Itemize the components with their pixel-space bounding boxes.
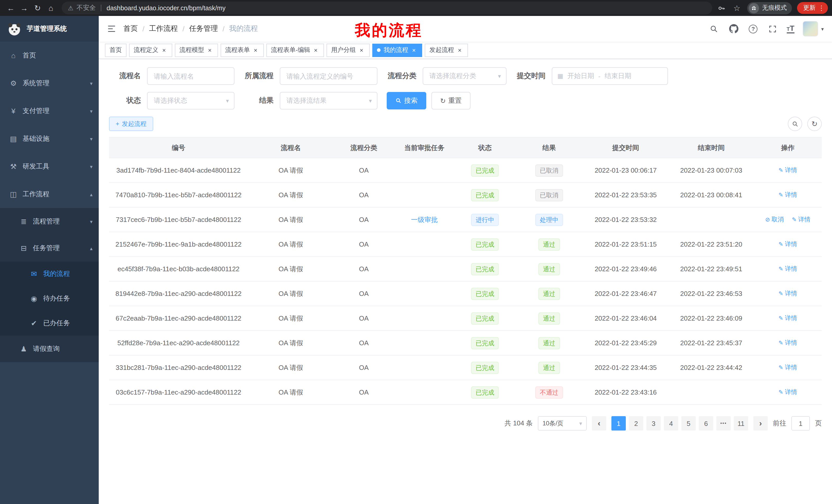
tag-process-definition[interactable]: 流程定义× bbox=[129, 44, 172, 57]
update-button[interactable]: 更新 ⋮ bbox=[797, 2, 828, 14]
reset-button[interactable]: ↻ 重置 bbox=[432, 92, 470, 109]
result-badge: 通过 bbox=[538, 361, 560, 374]
sidebar-item-devtools[interactable]: ⚒ 研发工具 ▾ bbox=[0, 152, 99, 180]
process-name-input[interactable] bbox=[147, 67, 234, 85]
page-button[interactable]: 4 bbox=[664, 416, 678, 430]
sidebar-item-infrastructure[interactable]: ▤ 基础设施 ▾ bbox=[0, 125, 99, 152]
start-process-button[interactable]: + 发起流程 bbox=[109, 117, 153, 131]
help-icon[interactable]: ? bbox=[747, 23, 759, 34]
page-button[interactable]: 11 bbox=[734, 416, 748, 430]
list-icon: ≣ bbox=[20, 217, 28, 226]
sidebar-item-payment[interactable]: ¥ 支付管理 ▾ bbox=[0, 97, 99, 125]
detail-link[interactable]: ✎详情 bbox=[779, 240, 797, 249]
bookmark-star-icon[interactable]: ☆ bbox=[732, 3, 742, 13]
cell-name: OA 请假 bbox=[248, 355, 334, 380]
breadcrumb-workflow[interactable]: 工作流程 bbox=[149, 24, 178, 33]
tag-process-model[interactable]: 流程模型× bbox=[175, 44, 218, 57]
sidebar-item-workflow[interactable]: ◫ 工作流程 ▴ bbox=[0, 180, 99, 208]
close-icon[interactable]: × bbox=[312, 47, 319, 54]
reload-icon[interactable]: ↻ bbox=[31, 2, 44, 14]
address-bar[interactable]: ⚠ 不安全 dashboard.yudao.iocoder.cn/bpm/tas… bbox=[62, 2, 712, 15]
fullscreen-icon[interactable] bbox=[767, 23, 778, 34]
detail-link[interactable]: ✎详情 bbox=[779, 363, 797, 372]
sidebar-item-process-management[interactable]: ≣ 流程管理 ▾ bbox=[0, 208, 99, 235]
status-badge: 已完成 bbox=[471, 164, 499, 176]
detail-link[interactable]: ✎详情 bbox=[792, 215, 810, 224]
tag-user-group[interactable]: 用户分组× bbox=[327, 44, 370, 57]
detail-link[interactable]: ✎详情 bbox=[779, 314, 797, 323]
next-page-button[interactable]: › bbox=[753, 416, 768, 430]
close-icon[interactable]: × bbox=[456, 47, 463, 54]
forward-icon[interactable]: → bbox=[18, 2, 31, 14]
sidebar-item-my-processes[interactable]: ✉ 我的流程 bbox=[0, 261, 99, 286]
result-select[interactable]: 请选择流结果 ▾ bbox=[280, 92, 378, 109]
user-menu[interactable]: ▾ bbox=[803, 21, 824, 36]
table-row: 7470a810-7b9b-11ec-b5b7-acde48001122 OA … bbox=[109, 183, 822, 207]
detail-link[interactable]: ✎详情 bbox=[779, 388, 797, 397]
detail-link[interactable]: ✎详情 bbox=[779, 339, 797, 347]
close-icon[interactable]: × bbox=[160, 47, 167, 54]
table-row: 819442e8-7b9a-11ec-a290-acde48001122 OA … bbox=[109, 281, 822, 306]
tag-process-form[interactable]: 流程表单× bbox=[220, 44, 264, 57]
end-date-placeholder[interactable]: 结束日期 bbox=[604, 72, 631, 81]
security-label[interactable]: 不安全 bbox=[77, 4, 96, 12]
start-date-placeholder[interactable]: 开始日期 bbox=[567, 72, 594, 81]
process-definition-input[interactable] bbox=[280, 67, 378, 85]
page-button[interactable]: ••• bbox=[716, 416, 731, 430]
hamburger-icon[interactable] bbox=[107, 24, 116, 33]
goto-page-input[interactable] bbox=[791, 416, 810, 430]
page-size-select[interactable]: 10条/页 ▾ bbox=[538, 416, 587, 430]
cell-name: OA 请假 bbox=[248, 306, 334, 331]
kebab-menu-icon[interactable]: ⋮ bbox=[818, 4, 825, 12]
detail-link[interactable]: ✎详情 bbox=[779, 264, 797, 273]
page-button[interactable]: 6 bbox=[699, 416, 713, 430]
page-button[interactable]: 2 bbox=[629, 416, 643, 430]
column-header-status: 状态 bbox=[454, 137, 515, 158]
sidebar-item-done-tasks[interactable]: ✔ 已办任务 bbox=[0, 311, 99, 335]
table-row: 52ffd28e-7b9a-11ec-a290-acde48001122 OA … bbox=[109, 331, 822, 355]
status-select[interactable]: 请选择状态 ▾ bbox=[147, 92, 234, 109]
tag-process-form-edit[interactable]: 流程表单-编辑× bbox=[266, 44, 324, 57]
github-icon[interactable] bbox=[728, 23, 739, 34]
cell-end-time bbox=[669, 207, 754, 232]
date-range-picker[interactable]: ▦ 开始日期 - 结束日期 bbox=[552, 67, 668, 85]
tag-my-processes[interactable]: 我的流程× bbox=[372, 44, 422, 57]
close-icon[interactable]: × bbox=[252, 47, 259, 54]
detail-link[interactable]: ✎详情 bbox=[779, 191, 797, 199]
search-icon[interactable] bbox=[708, 23, 720, 34]
cell-submit-time: 2022-01-22 23:53:35 bbox=[583, 183, 669, 207]
font-size-icon[interactable]: TT bbox=[786, 24, 795, 33]
prev-page-button[interactable]: ‹ bbox=[592, 416, 606, 430]
tag-home[interactable]: 首页 bbox=[105, 44, 127, 57]
page-button[interactable]: 1 bbox=[612, 416, 626, 430]
breadcrumb-task-management[interactable]: 任务管理 bbox=[189, 24, 218, 33]
url-text[interactable]: dashboard.yudao.iocoder.cn/bpm/task/my bbox=[107, 4, 226, 11]
sidebar-item-leave-query[interactable]: ♟ 请假查询 bbox=[0, 335, 99, 362]
breadcrumb-home[interactable]: 首页 bbox=[123, 24, 138, 33]
close-icon[interactable]: × bbox=[358, 47, 365, 54]
category-select[interactable]: 请选择流程分类 ▾ bbox=[423, 67, 506, 85]
process-definition-label: 所属流程 bbox=[244, 72, 274, 81]
home-icon[interactable]: ⌂ bbox=[44, 2, 58, 14]
sidebar-item-home[interactable]: ⌂ 首页 bbox=[0, 41, 99, 69]
refresh-table-button[interactable]: ↻ bbox=[807, 117, 822, 131]
back-icon[interactable]: ← bbox=[4, 2, 18, 14]
detail-link[interactable]: ✎详情 bbox=[779, 166, 797, 175]
detail-link[interactable]: ✎详情 bbox=[779, 289, 797, 298]
sidebar-item-todo-tasks[interactable]: ◉ 待办任务 bbox=[0, 286, 99, 311]
key-icon[interactable] bbox=[716, 3, 727, 13]
page-button[interactable]: 3 bbox=[646, 416, 661, 430]
sidebar-item-system[interactable]: ⚙ 系统管理 ▾ bbox=[0, 69, 99, 97]
tag-start-process[interactable]: 发起流程× bbox=[425, 44, 468, 57]
cancel-link[interactable]: ⊘取消 bbox=[765, 215, 784, 224]
user-avatar[interactable] bbox=[803, 21, 818, 36]
sidebar-item-task-management[interactable]: ⊟ 任务管理 ▴ bbox=[0, 235, 99, 261]
show-search-button[interactable] bbox=[788, 117, 802, 131]
cell-operations: ⊘取消 ✎详情 bbox=[754, 306, 822, 331]
table-row: 03c6c157-7b9a-11ec-a290-acde48001122 OA … bbox=[109, 380, 822, 404]
page-button[interactable]: 5 bbox=[681, 416, 696, 430]
close-icon[interactable]: × bbox=[206, 47, 213, 54]
search-button[interactable]: 搜索 bbox=[387, 92, 426, 109]
close-icon[interactable]: × bbox=[410, 47, 418, 54]
task-link[interactable]: 一级审批 bbox=[411, 216, 438, 223]
